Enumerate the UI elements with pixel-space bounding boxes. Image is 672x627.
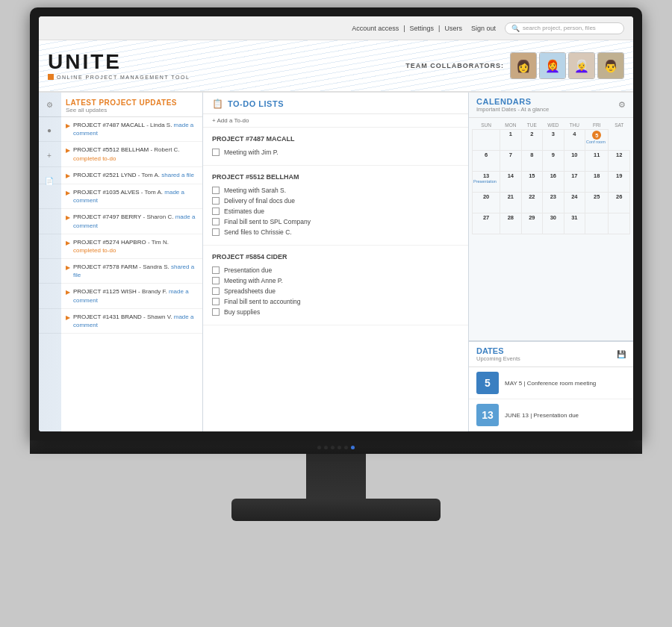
cal-cell[interactable]: 31	[564, 213, 585, 234]
todo-checkbox[interactable]	[212, 149, 220, 156]
main-content: ⚙ ● + 📄 LATEST PROJECT UPDATES See all u…	[39, 93, 633, 431]
header: UNITE ONLINE PROJECT MANAGEMENT TOOL TEA…	[39, 40, 633, 93]
cal-cell[interactable]: 12	[609, 151, 630, 172]
see-all-link[interactable]: See all updates	[66, 107, 195, 113]
todo-item-label: Meeting with Sarah S.	[224, 187, 286, 194]
cal-cell[interactable]: 5Conf room	[585, 130, 609, 151]
todo-item: Spreadsheets due	[212, 286, 459, 296]
cal-cell[interactable]: 29	[521, 213, 542, 234]
update-arrow-icon: ▶	[66, 189, 70, 197]
cal-cell[interactable]: 23	[543, 193, 564, 213]
sign-out-link[interactable]: Sign out	[471, 25, 496, 32]
avatar-3[interactable]: 👩‍🦳	[568, 52, 595, 79]
settings-link[interactable]: Settings	[410, 25, 435, 32]
sidebar-title: LATEST PROJECT UPDATES	[66, 99, 195, 107]
update-item-3: ▶ PROJECT #1035 ALVES - Tom A. made a co…	[39, 184, 202, 209]
todo-item-label: Final bill sent to accounting	[224, 298, 301, 305]
cal-cell[interactable]: 6	[473, 151, 500, 172]
todo-item: Final bill sent to accounting	[212, 296, 459, 307]
todo-checkbox[interactable]	[212, 218, 220, 225]
todo-checkbox[interactable]	[212, 287, 220, 295]
cal-cell[interactable]: 19	[609, 172, 630, 193]
dates-header: DATES Upcoming Events 💾	[469, 342, 633, 367]
top-bar: Account access | Settings | Users Sign o…	[39, 16, 633, 40]
monitor-button-1[interactable]	[317, 446, 321, 449]
cal-cell[interactable]: 3	[543, 130, 564, 151]
search-placeholder-text: search project, person, files	[523, 25, 596, 31]
cal-cell	[585, 213, 609, 234]
cal-cell[interactable]: 21	[500, 193, 521, 213]
date-event-text-2: JUNE 13 | Presentation due	[505, 412, 579, 419]
monitor-button-5[interactable]	[344, 446, 348, 449]
todo-project-cider-title: PROJECT #5854 CIDER	[212, 253, 459, 261]
avatars-list: 👩 👩‍🦰 👩‍🦳 👨	[510, 52, 624, 79]
cal-cell[interactable]: 14	[500, 172, 521, 193]
sidebar: ⚙ ● + 📄 LATEST PROJECT UPDATES See all u…	[39, 93, 203, 431]
update-arrow-icon: ▶	[66, 239, 70, 247]
cal-cell[interactable]: 7	[500, 151, 521, 172]
avatar-1[interactable]: 👩	[510, 52, 537, 79]
logo-subtitle: ONLINE PROJECT MANAGEMENT TOOL	[48, 74, 197, 80]
calendar-subtitle: Important Dates - At a glance	[476, 106, 549, 113]
cal-day-sat: SAT	[609, 121, 630, 130]
todo-item: Send files to Chrissie C.	[212, 227, 459, 237]
cal-cell[interactable]: 24	[564, 193, 585, 213]
dates-subtitle: Upcoming Events	[476, 355, 520, 362]
sidebar-settings-icon[interactable]: ⚙	[43, 99, 55, 110]
todo-item-label: Meeting with Anne P.	[224, 277, 283, 284]
avatar-4[interactable]: 👨	[597, 52, 624, 79]
todo-checkbox[interactable]	[212, 208, 220, 215]
add-todo-button[interactable]: + Add a To-do	[203, 114, 468, 128]
cal-cell[interactable]: 17	[564, 172, 585, 193]
date-event-1: 5 MAY 5 | Conference room meeting	[469, 367, 633, 399]
todo-item-label: Spreadsheets due	[224, 287, 276, 295]
cal-cell[interactable]: 8	[521, 151, 542, 172]
sidebar-doc-icon[interactable]: 📄	[43, 175, 55, 187]
cal-cell[interactable]: 11	[585, 151, 609, 172]
avatar-2[interactable]: 👩‍🦰	[539, 52, 566, 79]
todo-checkbox[interactable]	[212, 298, 220, 305]
cal-cell[interactable]: 20	[473, 193, 500, 213]
dates-settings-icon[interactable]: 💾	[617, 350, 626, 358]
update-item-5: ▶ PROJECT #5274 HAPBRO - Tim N. complete…	[39, 234, 202, 259]
todo-checkbox[interactable]	[212, 197, 220, 205]
cal-cell[interactable]: 26	[609, 193, 630, 213]
cal-cell[interactable]: 22	[521, 193, 542, 213]
cal-cell[interactable]: 27	[473, 213, 500, 234]
cal-cell[interactable]	[473, 130, 500, 151]
monitor-button-3[interactable]	[331, 446, 335, 449]
account-access-link[interactable]: Account access	[352, 25, 399, 32]
cal-cell[interactable]: 2	[521, 130, 542, 151]
cal-cell[interactable]: 15	[521, 172, 542, 193]
todo-checkbox[interactable]	[212, 308, 220, 316]
cal-cell[interactable]: 9	[543, 151, 564, 172]
todo-checkbox[interactable]	[212, 277, 220, 284]
users-link[interactable]: Users	[444, 25, 462, 32]
monitor-power-led	[351, 446, 355, 449]
cal-cell[interactable]: 13Presentation	[473, 172, 500, 193]
update-arrow-icon: ▶	[66, 288, 70, 296]
calendar-settings-icon[interactable]: ⚙	[618, 100, 626, 110]
todo-item: Presentation due	[212, 265, 459, 275]
todo-checkbox[interactable]	[212, 187, 220, 194]
cal-cell[interactable]: 1	[500, 130, 521, 151]
todo-checkbox[interactable]	[212, 266, 220, 274]
sidebar-header: LATEST PROJECT UPDATES See all updates	[39, 93, 202, 117]
sidebar-circle-icon[interactable]: ●	[43, 124, 55, 136]
search-box[interactable]: 🔍 search project, person, files	[505, 22, 624, 34]
cal-cell[interactable]: 25	[585, 193, 609, 213]
sidebar-plus-icon[interactable]: +	[43, 149, 55, 161]
mini-calendar: SUN MON TUE WED THU FRI SAT	[469, 118, 633, 237]
monitor-button-2[interactable]	[324, 446, 328, 449]
cal-cell[interactable]: 4	[564, 130, 585, 151]
todo-item: Final bill sent to SPL Company	[212, 216, 459, 227]
cal-cell[interactable]: 30	[543, 213, 564, 234]
update-item-7: ▶ PROJECT #1125 WISH - Brandy F. made a …	[39, 284, 202, 308]
todo-checkbox[interactable]	[212, 228, 220, 236]
cal-cell[interactable]: 16	[543, 172, 564, 193]
cal-cell[interactable]: 10	[564, 151, 585, 172]
cal-cell[interactable]: 18	[585, 172, 609, 193]
team-collaborators: TEAM COLLABORATORS: 👩 👩‍🦰 👩‍🦳 👨	[405, 52, 624, 79]
monitor-button-4[interactable]	[337, 446, 341, 449]
cal-cell[interactable]: 28	[500, 213, 521, 234]
